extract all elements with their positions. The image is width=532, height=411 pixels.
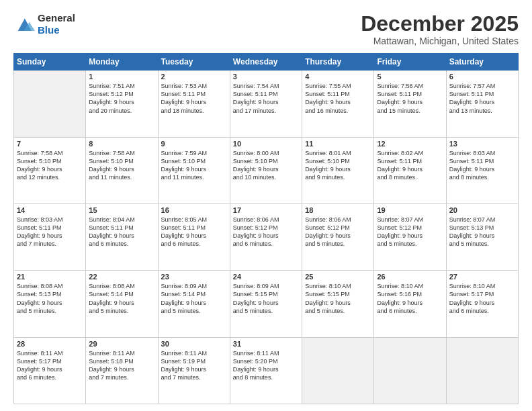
cell-info: and 8 minutes. — [449, 173, 515, 181]
cell-info: Sunrise: 8:03 AM — [17, 216, 83, 224]
day-number: 31 — [233, 340, 299, 348]
cell-info: and 11 minutes. — [161, 173, 227, 181]
cell-info: Daylight: 9 hours — [449, 98, 515, 106]
cell-info: Sunrise: 8:05 AM — [161, 216, 227, 224]
week-row-4: 21Sunrise: 8:08 AMSunset: 5:13 PMDayligh… — [14, 271, 519, 337]
week-row-3: 14Sunrise: 8:03 AMSunset: 5:11 PMDayligh… — [14, 203, 519, 270]
cell-info: and 8 minutes. — [377, 173, 443, 181]
cell-info: and 10 minutes. — [233, 173, 299, 181]
cell-info: Sunset: 5:14 PM — [161, 290, 227, 298]
cell-info: Daylight: 9 hours — [449, 232, 515, 240]
calendar-cell: 10Sunrise: 8:00 AMSunset: 5:10 PMDayligh… — [230, 137, 302, 203]
cell-info: Sunrise: 8:06 AM — [233, 216, 299, 224]
cell-info: Sunrise: 8:02 AM — [377, 149, 443, 157]
cell-info: Sunrise: 7:59 AM — [161, 149, 227, 157]
calendar-cell: 17Sunrise: 8:06 AMSunset: 5:12 PMDayligh… — [230, 203, 302, 270]
cell-info: Sunset: 5:17 PM — [449, 290, 515, 298]
day-number: 4 — [305, 73, 371, 81]
cell-info: Daylight: 9 hours — [233, 98, 299, 106]
cell-info: Sunset: 5:10 PM — [161, 157, 227, 165]
cell-info: Sunrise: 7:58 AM — [89, 149, 154, 157]
calendar-cell: 21Sunrise: 8:08 AMSunset: 5:13 PMDayligh… — [14, 271, 86, 337]
cell-info: Sunset: 5:12 PM — [305, 224, 371, 232]
cell-info: Sunrise: 8:10 AM — [377, 282, 443, 290]
cell-info: and 15 minutes. — [377, 107, 443, 115]
cell-info: Sunset: 5:11 PM — [161, 90, 227, 98]
cell-info: Daylight: 9 hours — [449, 299, 515, 307]
day-number: 29 — [89, 340, 154, 348]
day-number: 25 — [305, 273, 371, 281]
day-number: 20 — [449, 206, 515, 214]
day-number: 12 — [377, 140, 443, 148]
calendar-cell — [446, 337, 518, 404]
cell-info: Sunrise: 8:11 AM — [233, 349, 299, 357]
cell-info: Sunset: 5:20 PM — [233, 357, 299, 365]
header: General Blue December 2025 Mattawan, Mic… — [13, 12, 519, 46]
weekday-header-tuesday: Tuesday — [158, 54, 230, 71]
cell-info: and 12 minutes. — [17, 173, 83, 181]
cell-info: Daylight: 9 hours — [233, 365, 299, 373]
cell-info: Sunset: 5:16 PM — [377, 290, 443, 298]
calendar-cell: 8Sunrise: 7:58 AMSunset: 5:10 PMDaylight… — [86, 137, 158, 203]
day-number: 7 — [17, 140, 83, 148]
cell-info: and 5 minutes. — [89, 307, 154, 315]
weekday-header-friday: Friday — [374, 54, 446, 71]
weekday-header-wednesday: Wednesday — [230, 54, 302, 71]
cell-info: Sunrise: 7:51 AM — [89, 82, 154, 90]
calendar-cell: 11Sunrise: 8:01 AMSunset: 5:10 PMDayligh… — [302, 137, 374, 203]
week-row-1: 1Sunrise: 7:51 AMSunset: 5:12 PMDaylight… — [14, 71, 519, 137]
calendar-cell: 23Sunrise: 8:09 AMSunset: 5:14 PMDayligh… — [158, 271, 230, 337]
day-number: 18 — [305, 206, 371, 214]
cell-info: Sunrise: 7:57 AM — [449, 82, 515, 90]
day-number: 30 — [161, 340, 227, 348]
day-number: 6 — [449, 73, 515, 81]
cell-info: Daylight: 9 hours — [161, 365, 227, 373]
cell-info: and 7 minutes. — [17, 240, 83, 248]
calendar-cell: 30Sunrise: 8:11 AMSunset: 5:19 PMDayligh… — [158, 337, 230, 404]
day-number: 9 — [161, 140, 227, 148]
cell-info: and 17 minutes. — [233, 107, 299, 115]
weekday-header-saturday: Saturday — [446, 54, 518, 71]
cell-info: Sunrise: 8:08 AM — [89, 282, 154, 290]
month-title: December 2025 — [361, 12, 519, 36]
cell-info: Sunset: 5:10 PM — [17, 157, 83, 165]
cell-info: Daylight: 9 hours — [377, 299, 443, 307]
weekday-header-monday: Monday — [86, 54, 158, 71]
cell-info: Sunset: 5:11 PM — [305, 90, 371, 98]
cell-info: Sunset: 5:11 PM — [449, 157, 515, 165]
cell-info: Sunset: 5:11 PM — [377, 157, 443, 165]
day-number: 17 — [233, 206, 299, 214]
week-row-5: 28Sunrise: 8:11 AMSunset: 5:17 PMDayligh… — [14, 337, 519, 404]
calendar-cell: 13Sunrise: 8:03 AMSunset: 5:11 PMDayligh… — [446, 137, 518, 203]
cell-info: Daylight: 9 hours — [89, 98, 154, 106]
calendar-cell: 18Sunrise: 8:06 AMSunset: 5:12 PMDayligh… — [302, 203, 374, 270]
day-number: 16 — [161, 206, 227, 214]
weekday-header-thursday: Thursday — [302, 54, 374, 71]
cell-info: and 6 minutes. — [449, 307, 515, 315]
cell-info: Sunset: 5:11 PM — [17, 224, 83, 232]
cell-info: Daylight: 9 hours — [17, 165, 83, 173]
cell-info: Daylight: 9 hours — [377, 232, 443, 240]
day-number: 11 — [305, 140, 371, 148]
calendar-cell: 7Sunrise: 7:58 AMSunset: 5:10 PMDaylight… — [14, 137, 86, 203]
cell-info: Daylight: 9 hours — [17, 299, 83, 307]
logo-text: General Blue — [38, 12, 75, 36]
day-number: 27 — [449, 273, 515, 281]
weekday-header-row: SundayMondayTuesdayWednesdayThursdayFrid… — [14, 54, 519, 71]
cell-info: and 5 minutes. — [17, 307, 83, 315]
cell-info: Sunrise: 8:07 AM — [449, 216, 515, 224]
calendar-cell: 1Sunrise: 7:51 AMSunset: 5:12 PMDaylight… — [86, 71, 158, 137]
logo-line1: General — [38, 12, 75, 24]
weekday-header-sunday: Sunday — [14, 54, 86, 71]
calendar-cell: 20Sunrise: 8:07 AMSunset: 5:13 PMDayligh… — [446, 203, 518, 270]
calendar-cell: 12Sunrise: 8:02 AMSunset: 5:11 PMDayligh… — [374, 137, 446, 203]
cell-info: Daylight: 9 hours — [233, 165, 299, 173]
cell-info: Sunrise: 8:01 AM — [305, 149, 371, 157]
day-number: 28 — [17, 340, 83, 348]
day-number: 5 — [377, 73, 443, 81]
calendar-cell: 28Sunrise: 8:11 AMSunset: 5:17 PMDayligh… — [14, 337, 86, 404]
calendar-cell — [374, 337, 446, 404]
cell-info: Daylight: 9 hours — [233, 232, 299, 240]
cell-info: Sunset: 5:12 PM — [89, 90, 154, 98]
cell-info: and 6 minutes. — [89, 240, 154, 248]
